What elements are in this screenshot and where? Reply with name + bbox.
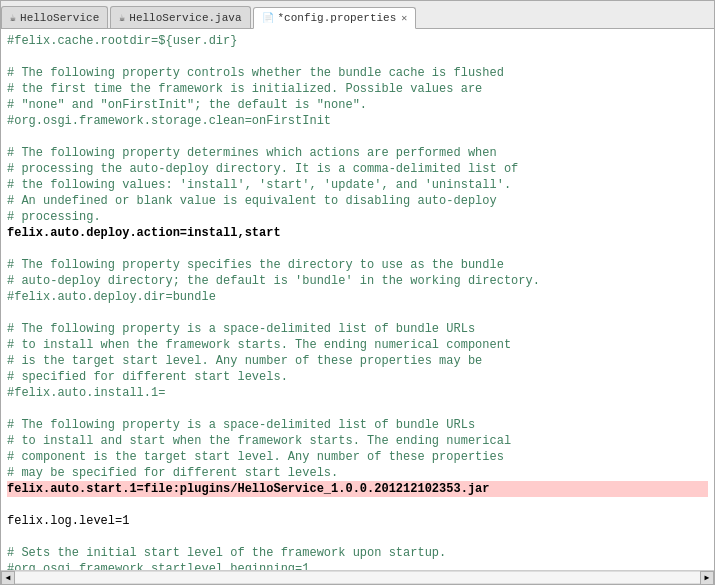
- line-text-1: #felix.cache.rootdir=${user.dir}: [7, 34, 237, 48]
- line-text-18: [7, 306, 14, 320]
- tab-config-properties[interactable]: 📄 *config.properties ✕: [253, 7, 417, 29]
- line-text-31: felix.log.level=1: [7, 514, 129, 528]
- line-text-23: #felix.auto.install.1=: [7, 386, 165, 400]
- line-text-34: #org.osgi.framework.startlevel.beginning…: [7, 562, 309, 570]
- line-text-26: # to install and start when the framewor…: [7, 434, 511, 448]
- editor-line-29: felix.auto.start.1=file:plugins/HelloSer…: [7, 481, 708, 497]
- line-text-21: # is the target start level. Any number …: [7, 354, 482, 368]
- line-text-15: # The following property specifies the d…: [7, 258, 504, 272]
- editor-line-6: #org.osgi.framework.storage.clean=onFirs…: [7, 113, 708, 129]
- editor-line-27: # component is the target start level. A…: [7, 449, 708, 465]
- editor-line-24: [7, 401, 708, 417]
- editor-line-28: # may be specified for different start l…: [7, 465, 708, 481]
- line-text-10: # the following values: 'install', 'star…: [7, 178, 511, 192]
- editor-line-2: [7, 49, 708, 65]
- line-text-6: #org.osgi.framework.storage.clean=onFirs…: [7, 114, 331, 128]
- line-text-3: # The following property controls whethe…: [7, 66, 504, 80]
- line-text-33: # Sets the initial start level of the fr…: [7, 546, 446, 560]
- line-text-22: # specified for different start levels.: [7, 370, 288, 384]
- editor-line-3: # The following property controls whethe…: [7, 65, 708, 81]
- editor-line-26: # to install and start when the framewor…: [7, 433, 708, 449]
- line-text-14: [7, 242, 14, 256]
- scroll-left-arrow[interactable]: ◀: [1, 571, 15, 585]
- scroll-track-horizontal[interactable]: [15, 571, 700, 584]
- line-text-9: # processing the auto-deploy directory. …: [7, 162, 518, 176]
- tab-config-close[interactable]: ✕: [401, 12, 407, 24]
- line-text-25: # The following property is a space-deli…: [7, 418, 475, 432]
- editor-line-18: [7, 305, 708, 321]
- editor-line-30: [7, 497, 708, 513]
- tab-helloservice[interactable]: ☕ HelloService: [1, 6, 108, 28]
- line-text-7: [7, 130, 14, 144]
- tab-helloservice-label: HelloService: [20, 12, 99, 24]
- tab-helloservice-java-label: HelloService.java: [129, 12, 241, 24]
- line-text-12: # processing.: [7, 210, 101, 224]
- tab-helloservice-icon: ☕: [10, 12, 16, 24]
- tab-helloservice-java-icon: ☕: [119, 12, 125, 24]
- editor-line-5: # "none" and "onFirstInit"; the default …: [7, 97, 708, 113]
- editor-line-34: #org.osgi.framework.startlevel.beginning…: [7, 561, 708, 570]
- editor-line-31: felix.log.level=1: [7, 513, 708, 529]
- line-text-8: # The following property determines whic…: [7, 146, 497, 160]
- bottom-scrollbar: ◀ ▶: [1, 570, 714, 584]
- tab-helloservice-java[interactable]: ☕ HelloService.java: [110, 6, 250, 28]
- line-text-13: felix.auto.deploy.action=install,start: [7, 226, 281, 240]
- line-text-2: [7, 50, 14, 64]
- line-text-5: # "none" and "onFirstInit"; the default …: [7, 98, 367, 112]
- editor-line-19: # The following property is a space-deli…: [7, 321, 708, 337]
- editor-line-8: # The following property determines whic…: [7, 145, 708, 161]
- line-text-30: [7, 498, 14, 512]
- editor-content[interactable]: #felix.cache.rootdir=${user.dir} # The f…: [1, 29, 714, 570]
- tab-config-icon: 📄: [262, 12, 274, 24]
- tab-bar: ☕ HelloService ☕ HelloService.java 📄 *co…: [1, 1, 714, 29]
- editor-line-16: # auto-deploy directory; the default is …: [7, 273, 708, 289]
- editor-line-23: #felix.auto.install.1=: [7, 385, 708, 401]
- editor-line-22: # specified for different start levels.: [7, 369, 708, 385]
- editor-line-21: # is the target start level. Any number …: [7, 353, 708, 369]
- editor-line-17: #felix.auto.deploy.dir=bundle: [7, 289, 708, 305]
- line-text-32: [7, 530, 14, 544]
- editor-line-13: felix.auto.deploy.action=install,start: [7, 225, 708, 241]
- line-text-20: # to install when the framework starts. …: [7, 338, 511, 352]
- line-text-4: # the first time the framework is initia…: [7, 82, 482, 96]
- scroll-right-arrow[interactable]: ▶: [700, 571, 714, 585]
- line-text-17: #felix.auto.deploy.dir=bundle: [7, 290, 216, 304]
- editor-line-33: # Sets the initial start level of the fr…: [7, 545, 708, 561]
- line-text-28: # may be specified for different start l…: [7, 466, 338, 480]
- line-text-16: # auto-deploy directory; the default is …: [7, 274, 540, 288]
- editor-line-12: # processing.: [7, 209, 708, 225]
- editor-line-25: # The following property is a space-deli…: [7, 417, 708, 433]
- editor-line-9: # processing the auto-deploy directory. …: [7, 161, 708, 177]
- editor-line-11: # An undefined or blank value is equival…: [7, 193, 708, 209]
- editor-line-10: # the following values: 'install', 'star…: [7, 177, 708, 193]
- editor-line-7: [7, 129, 708, 145]
- editor-line-4: # the first time the framework is initia…: [7, 81, 708, 97]
- main-window: ☕ HelloService ☕ HelloService.java 📄 *co…: [0, 0, 715, 585]
- editor-line-14: [7, 241, 708, 257]
- line-text-29: felix.auto.start.1=file:plugins/HelloSer…: [7, 482, 489, 496]
- line-text-19: # The following property is a space-deli…: [7, 322, 475, 336]
- line-text-11: # An undefined or blank value is equival…: [7, 194, 497, 208]
- editor-line-15: # The following property specifies the d…: [7, 257, 708, 273]
- editor-line-20: # to install when the framework starts. …: [7, 337, 708, 353]
- editor-line-1: #felix.cache.rootdir=${user.dir}: [7, 33, 708, 49]
- line-text-27: # component is the target start level. A…: [7, 450, 504, 464]
- editor-line-32: [7, 529, 708, 545]
- editor-area: #felix.cache.rootdir=${user.dir} # The f…: [1, 29, 714, 570]
- tab-config-label: *config.properties: [278, 12, 397, 24]
- line-text-24: [7, 402, 14, 416]
